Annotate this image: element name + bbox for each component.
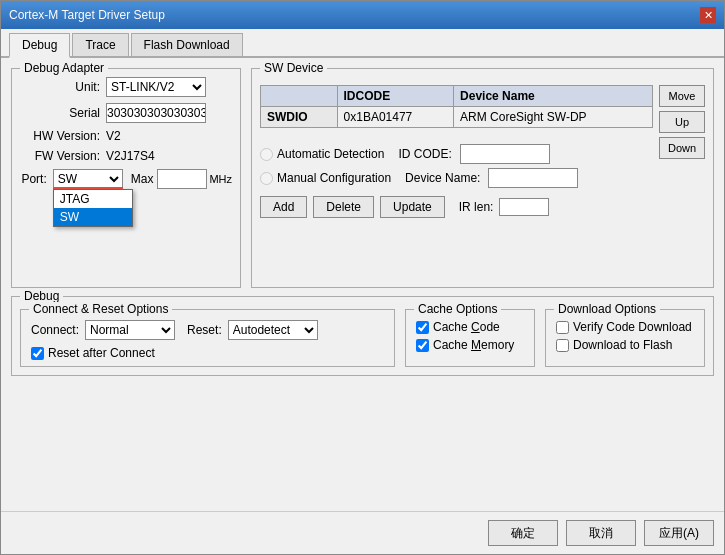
debug-adapter-title: Debug Adapter [20, 61, 108, 75]
device-name-config-label: Device Name: [405, 171, 480, 185]
main-window: Cortex-M Target Driver Setup ✕ Debug Tra… [0, 0, 725, 555]
connect-reset-title: Connect & Reset Options [29, 302, 172, 316]
confirm-button[interactable]: 确定 [488, 520, 558, 546]
up-button[interactable]: Up [659, 111, 705, 133]
debug-section: Debug Connect & Reset Options Connect: N… [11, 296, 714, 376]
fw-version-row: FW Version: V2J17S4 [20, 149, 232, 163]
device-name-input[interactable] [488, 168, 578, 188]
update-button[interactable]: Update [380, 196, 445, 218]
cache-memory-checkbox[interactable] [416, 339, 429, 352]
max-label: Max [131, 172, 154, 186]
hw-version-label: HW Version: [20, 129, 100, 143]
max-unit: MHz [209, 173, 232, 185]
reset-after-connect-checkbox[interactable] [31, 347, 44, 360]
cache-memory-label: Cache Memory [433, 338, 514, 352]
verify-code-checkbox[interactable] [556, 321, 569, 334]
download-to-flash-row: Download to Flash [556, 338, 694, 352]
sw-device-title: SW Device [260, 61, 327, 75]
add-button[interactable]: Add [260, 196, 307, 218]
max-input[interactable] [157, 169, 207, 189]
manual-config-row: Manual Configuration Device Name: [260, 168, 653, 188]
cache-code-checkbox[interactable] [416, 321, 429, 334]
reset-after-connect-label: Reset after Connect [48, 346, 155, 360]
connect-select[interactable]: Normal Under Reset [85, 320, 175, 340]
hw-version-value: V2 [106, 129, 121, 143]
action-row: Add Delete Update IR len: [260, 196, 653, 218]
delete-button[interactable]: Delete [313, 196, 374, 218]
manual-config-radio[interactable] [260, 172, 273, 185]
port-select[interactable]: SW JTAG [53, 169, 123, 189]
cache-options-title: Cache Options [414, 302, 501, 316]
unit-label: Unit: [20, 80, 100, 94]
serial-input[interactable] [106, 103, 206, 123]
download-to-flash-label: Download to Flash [573, 338, 672, 352]
idcode-header: IDCODE [337, 86, 454, 107]
port-dropdown-overlay: JTAG SW [53, 189, 133, 227]
serial-row: Serial [20, 103, 232, 123]
manual-config-label: Manual Configuration [277, 171, 391, 185]
tab-flash-download[interactable]: Flash Download [131, 33, 243, 56]
down-button[interactable]: Down [659, 137, 705, 159]
port-label: Port: [20, 172, 47, 186]
serial-label: Serial [20, 106, 100, 120]
debug-inner: Connect & Reset Options Connect: Normal … [20, 309, 705, 367]
id-code-label: ID CODE: [398, 147, 451, 161]
port-row: Port: SW JTAG JTAG SW Max [20, 169, 232, 189]
cache-options-group: Cache Options Cache Code Cache Memory [405, 309, 535, 367]
auto-detect-label: Automatic Detection [277, 147, 384, 161]
hw-version-row: HW Version: V2 [20, 129, 232, 143]
sw-device-group: SW Device IDCODE Device Name SWDIO 0x1BA… [251, 68, 714, 288]
sw-device-inner: IDCODE Device Name SWDIO 0x1BA01477 ARM … [260, 77, 705, 218]
download-options-group: Download Options Verify Code Download Do… [545, 309, 705, 367]
download-to-flash-checkbox[interactable] [556, 339, 569, 352]
sw-device-table: IDCODE Device Name SWDIO 0x1BA01477 ARM … [260, 85, 653, 128]
id-code-input[interactable] [460, 144, 550, 164]
debug-adapter-group: Debug Adapter Unit: ST-LINK/V2 Serial HW… [11, 68, 241, 288]
download-options-title: Download Options [554, 302, 660, 316]
sw-side-buttons: Move Up Down [659, 77, 705, 218]
sw-table-section: IDCODE Device Name SWDIO 0x1BA01477 ARM … [260, 77, 653, 218]
tab-trace[interactable]: Trace [72, 33, 128, 56]
tab-debug[interactable]: Debug [9, 33, 70, 58]
cache-code-label: Cache Code [433, 320, 500, 334]
fw-version-label: FW Version: [20, 149, 100, 163]
table-row[interactable]: SWDIO 0x1BA01477 ARM CoreSight SW-DP [261, 107, 653, 128]
fw-version-value: V2J17S4 [106, 149, 155, 163]
close-button[interactable]: ✕ [700, 7, 716, 23]
content-area: Debug Adapter Unit: ST-LINK/V2 Serial HW… [1, 58, 724, 511]
apply-button[interactable]: 应用(A) [644, 520, 714, 546]
cancel-button[interactable]: 取消 [566, 520, 636, 546]
window-title: Cortex-M Target Driver Setup [9, 8, 165, 22]
connect-row: Connect: Normal Under Reset Reset: Autod… [31, 320, 384, 340]
auto-detect-radio[interactable] [260, 148, 273, 161]
ir-len-input[interactable] [499, 198, 549, 216]
cache-code-row: Cache Code [416, 320, 524, 334]
dropdown-sw[interactable]: SW [54, 208, 132, 226]
port-dropdown-container: SW JTAG JTAG SW [53, 169, 123, 189]
cache-memory-row: Cache Memory [416, 338, 524, 352]
tab-bar: Debug Trace Flash Download [1, 29, 724, 58]
reset-label: Reset: [187, 323, 222, 337]
connect-reset-group: Connect & Reset Options Connect: Normal … [20, 309, 395, 367]
device-name-header: Device Name [454, 86, 653, 107]
connect-label: Connect: [31, 323, 79, 337]
verify-code-row: Verify Code Download [556, 320, 694, 334]
title-bar: Cortex-M Target Driver Setup ✕ [1, 1, 724, 29]
unit-row: Unit: ST-LINK/V2 [20, 77, 232, 97]
ir-len-label: IR len: [459, 200, 494, 214]
verify-code-label: Verify Code Download [573, 320, 692, 334]
reset-after-connect-row: Reset after Connect [31, 346, 384, 360]
move-up-button[interactable]: Move [659, 85, 705, 107]
top-section: Debug Adapter Unit: ST-LINK/V2 Serial HW… [11, 68, 714, 288]
detection-section: Automatic Detection ID CODE: Manual Conf… [260, 144, 653, 218]
unit-select[interactable]: ST-LINK/V2 [106, 77, 206, 97]
dropdown-jtag[interactable]: JTAG [54, 190, 132, 208]
auto-detect-row: Automatic Detection ID CODE: [260, 144, 653, 164]
bottom-bar: 确定 取消 应用(A) [1, 511, 724, 554]
debug-section-title: Debug [20, 289, 63, 303]
reset-select[interactable]: Autodetect SYSRESETREQ VECTRESET [228, 320, 318, 340]
